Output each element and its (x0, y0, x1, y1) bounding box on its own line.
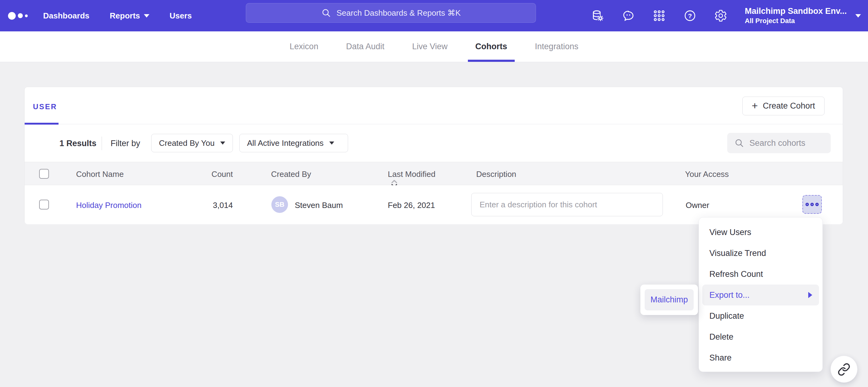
menu-item-view-users[interactable]: View Users (699, 222, 823, 243)
menu-item-duplicate[interactable]: Duplicate (699, 306, 823, 326)
submenu-arrow-icon (808, 292, 812, 298)
cohort-search-input[interactable] (749, 138, 823, 148)
filter-row: 1 Results Filter by Created By You All A… (25, 124, 843, 162)
col-description: Description (476, 170, 516, 179)
col-your-access: Your Access (685, 170, 729, 179)
feedback-icon[interactable] (622, 9, 635, 23)
user-tab-label: USER (33, 102, 57, 111)
global-search-placeholder: Search Dashboards & Reports ⌘K (336, 8, 461, 18)
menu-item-export-to[interactable]: Export to... (702, 285, 819, 306)
cohort-name-link[interactable]: Holiday Promotion (76, 201, 142, 210)
cohorts-panel: USER + Create Cohort 1 Results Filter by… (24, 87, 843, 224)
project-switcher[interactable]: Mailchimp Sandbox Env... All Project Dat… (745, 0, 861, 31)
menu-item-visualize-trend[interactable]: Visualize Trend (699, 243, 823, 263)
settings-gear-icon[interactable] (714, 9, 727, 23)
divider (102, 137, 102, 150)
row-checkbox[interactable] (39, 200, 49, 210)
chevron-down-icon (856, 14, 861, 17)
tab-cohorts[interactable]: Cohorts (468, 31, 515, 62)
cohort-actions-menu: View Users Visualize Trend Refresh Count… (699, 217, 823, 372)
global-search-input[interactable]: Search Dashboards & Reports ⌘K (246, 3, 536, 23)
results-count: 1 Results (59, 139, 96, 148)
table-header-row: Cohort Name Count Created By Last Modifi… (25, 162, 843, 185)
export-submenu: Mailchimp (640, 285, 698, 315)
mixpanel-logo-icon[interactable] (8, 0, 28, 31)
last-modified-date: Feb 26, 2021 (388, 201, 435, 210)
project-scope: All Project Data (745, 16, 847, 26)
cohort-search-box (727, 133, 831, 153)
apps-grid-icon[interactable] (652, 9, 666, 23)
nav-item-users[interactable]: Users (170, 11, 192, 21)
data-tabs: Lexicon Data Audit Live View Cohorts Int… (0, 31, 868, 62)
chevron-down-icon (144, 14, 149, 17)
link-icon (838, 363, 850, 376)
chevron-down-icon (329, 142, 334, 145)
description-input[interactable] (471, 193, 663, 216)
help-icon[interactable]: ? (683, 9, 697, 23)
access-value: Owner (686, 201, 709, 210)
ellipsis-icon (805, 203, 809, 206)
menu-item-delete[interactable]: Delete (699, 326, 823, 347)
copy-link-fab[interactable] (830, 356, 858, 383)
col-cohort-name: Cohort Name (76, 170, 124, 179)
tab-integrations[interactable]: Integrations (528, 31, 586, 62)
search-icon (321, 8, 332, 18)
menu-item-refresh-count[interactable]: Refresh Count (699, 263, 823, 285)
tab-data-audit[interactable]: Data Audit (339, 31, 392, 62)
tab-user-cohorts[interactable]: USER (25, 87, 59, 124)
avatar: SB (271, 196, 288, 213)
menu-item-share[interactable]: Share (699, 347, 823, 368)
cohorts-page: Dashboards Reports Users Search Dashboar… (0, 0, 868, 387)
more-actions-button[interactable] (802, 195, 822, 214)
panel-header: USER + Create Cohort (25, 87, 843, 124)
nav-item-reports[interactable]: Reports (110, 11, 149, 21)
data-management-icon[interactable] (591, 9, 604, 23)
cohort-count: 3,014 (163, 201, 233, 210)
created-by-filter-dropdown[interactable]: Created By You (151, 134, 233, 152)
create-cohort-button[interactable]: + Create Cohort (742, 97, 825, 115)
col-count: Count (163, 170, 233, 179)
col-created-by: Created By (271, 170, 311, 179)
submenu-item-mailchimp[interactable]: Mailchimp (645, 289, 694, 310)
select-all-checkbox[interactable] (39, 169, 49, 179)
nav-item-dashboards[interactable]: Dashboards (43, 11, 89, 21)
project-name: Mailchimp Sandbox Env... (745, 6, 847, 16)
nav-icon-group: ? (591, 0, 727, 31)
created-by-name: Steven Baum (295, 201, 343, 210)
tab-lexicon[interactable]: Lexicon (282, 31, 326, 62)
svg-text:?: ? (688, 12, 692, 20)
top-nav: Dashboards Reports Users Search Dashboar… (0, 0, 868, 31)
chevron-down-icon (220, 142, 225, 145)
integrations-filter-dropdown[interactable]: All Active Integrations (239, 134, 348, 152)
primary-nav: Dashboards Reports Users (43, 0, 192, 31)
plus-icon: + (752, 100, 758, 111)
filter-by-label: Filter by (111, 139, 140, 148)
tab-live-view[interactable]: Live View (405, 31, 455, 62)
search-icon (734, 138, 744, 148)
